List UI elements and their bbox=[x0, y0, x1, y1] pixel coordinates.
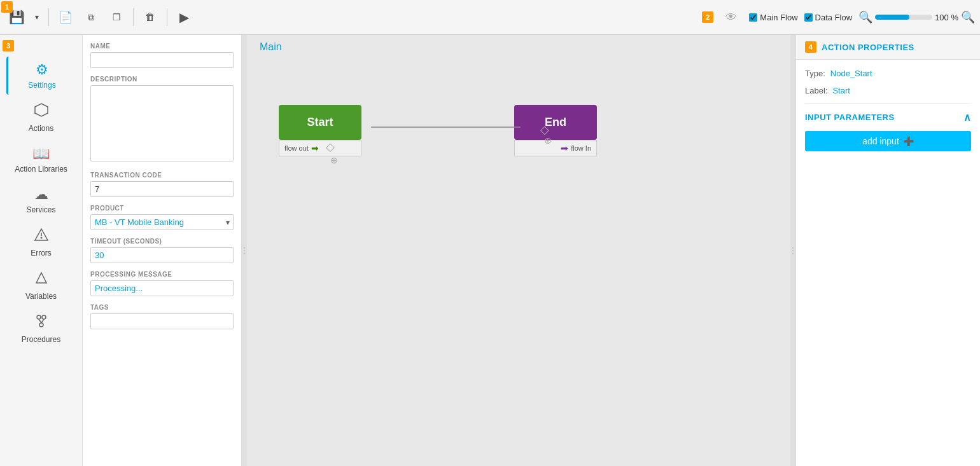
variables-icon bbox=[34, 270, 49, 289]
properties-panel: NAME DESCRIPTION TRANSACTION CODE PRODUC… bbox=[83, 35, 242, 466]
zoom-value: 100 % bbox=[935, 13, 958, 22]
input-params-chevron-icon[interactable]: ∧ bbox=[963, 111, 972, 123]
zoom-out-button[interactable]: 🔍 bbox=[858, 10, 872, 24]
badge-1: 1 bbox=[1, 1, 13, 13]
action-properties-panel: 4 ACTION PROPERTIES Type: Node_Start Lab… bbox=[795, 35, 980, 466]
action-properties-header: 4 ACTION PROPERTIES bbox=[796, 35, 980, 60]
label-key: Label: bbox=[805, 86, 827, 95]
end-add-btn[interactable]: ⊕ bbox=[544, 135, 552, 146]
input-params-label: INPUT PARAMETERS bbox=[805, 113, 895, 122]
tags-input[interactable] bbox=[90, 313, 234, 329]
main-flow-label: Main Flow bbox=[760, 13, 797, 22]
sidebar-item-action-libraries[interactable]: 📖 Action Libraries bbox=[6, 140, 76, 179]
sidebar-item-variables[interactable]: Variables bbox=[6, 265, 76, 306]
svg-point-3 bbox=[41, 237, 42, 238]
timeout-label: TIMEOUT (SECONDS) bbox=[90, 238, 234, 245]
start-node-label: Start bbox=[307, 116, 333, 129]
start-node[interactable]: Start flow out ➡ ◇ ⊕ bbox=[279, 105, 361, 182]
copy-button[interactable]: ⧉ bbox=[80, 6, 102, 29]
label-row: Label: Start bbox=[805, 86, 971, 95]
add-input-icon: ➕ bbox=[903, 136, 914, 146]
services-icon: ☁ bbox=[34, 186, 48, 203]
svg-point-7 bbox=[39, 323, 43, 327]
canvas[interactable]: Main Start flow out ➡ ◇ ⊕ ◇ ⊕ End bbox=[247, 35, 790, 466]
flow-out-arrow-icon: ➡ bbox=[311, 143, 319, 153]
separator-2 bbox=[133, 8, 134, 26]
zoom-in-button[interactable]: 🔍 bbox=[961, 10, 975, 24]
start-connectors: ◇ ⊕ bbox=[318, 158, 327, 182]
data-flow-checkbox[interactable] bbox=[804, 13, 813, 22]
tags-label: TAGS bbox=[90, 304, 234, 311]
action-libraries-icon: 📖 bbox=[32, 146, 50, 162]
type-row: Type: Node_Start bbox=[805, 69, 971, 78]
transaction-code-label: TRANSACTION CODE bbox=[90, 172, 234, 179]
sidebar-item-services[interactable]: ☁ Services bbox=[6, 181, 76, 219]
actions-icon bbox=[34, 102, 49, 121]
end-node-footer: ➡ flow In bbox=[514, 140, 597, 156]
delete-button[interactable]: 🗑 bbox=[139, 6, 162, 29]
flow-in-arrow-icon: ➡ bbox=[561, 143, 568, 153]
errors-icon bbox=[34, 227, 49, 246]
sidebar-item-settings[interactable]: ⚙ Settings bbox=[6, 57, 76, 95]
start-add-btn[interactable]: ⊕ bbox=[330, 155, 338, 165]
product-select[interactable]: MB - VT Mobile Banking Other bbox=[90, 214, 234, 230]
sidebar-variables-label: Variables bbox=[25, 292, 57, 301]
sidebar-item-errors[interactable]: Errors bbox=[6, 222, 76, 263]
name-input[interactable] bbox=[90, 52, 234, 68]
product-select-wrapper: MB - VT Mobile Banking Other ▾ bbox=[90, 214, 234, 230]
settings-icon: ⚙ bbox=[36, 62, 48, 78]
action-properties-header-left: 4 ACTION PROPERTIES bbox=[805, 41, 914, 53]
sidebar-item-actions[interactable]: Actions bbox=[6, 97, 76, 138]
action-properties-body: Type: Node_Start Label: Start INPUT PARA… bbox=[796, 60, 980, 160]
eye-button[interactable]: 👁 bbox=[720, 6, 743, 29]
data-flow-label: Data Flow bbox=[815, 13, 853, 22]
timeout-input[interactable] bbox=[90, 247, 234, 263]
type-value: Node_Start bbox=[830, 69, 872, 78]
label-value: Start bbox=[832, 86, 850, 95]
main-flow-checkbox-label: Main Flow bbox=[749, 13, 797, 22]
start-connector-diamond: ◇ bbox=[326, 140, 335, 154]
sidebar-action-libraries-label: Action Libraries bbox=[15, 165, 67, 174]
description-textarea[interactable] bbox=[90, 85, 234, 161]
procedures-icon bbox=[34, 313, 49, 332]
flow-out-label: flow out bbox=[284, 144, 309, 152]
svg-line-9 bbox=[41, 319, 44, 323]
end-connector-diamond: ◇ bbox=[540, 123, 549, 137]
flow-in-label: flow In bbox=[571, 144, 591, 152]
left-drag-handle[interactable] bbox=[242, 35, 247, 466]
zoom-bar bbox=[875, 15, 932, 20]
processing-message-input[interactable] bbox=[90, 280, 234, 296]
description-label: DESCRIPTION bbox=[90, 76, 234, 83]
transaction-code-input[interactable] bbox=[90, 181, 234, 197]
action-properties-title: ACTION PROPERTIES bbox=[822, 43, 914, 52]
add-input-label: add input bbox=[862, 136, 899, 146]
right-drag-handle[interactable] bbox=[790, 35, 795, 466]
start-node-box[interactable]: Start bbox=[279, 105, 361, 140]
processing-message-label: PROCESSING MESSAGE bbox=[90, 271, 234, 278]
product-label: PRODUCT bbox=[90, 205, 234, 212]
badge-3: 3 bbox=[3, 40, 14, 51]
end-node[interactable]: ◇ ⊕ End ➡ flow In bbox=[514, 105, 597, 156]
add-input-button[interactable]: add input ➕ bbox=[805, 131, 971, 151]
badge-4: 4 bbox=[805, 41, 816, 53]
main-flow-checkbox[interactable] bbox=[749, 13, 757, 22]
badge-2: 2 bbox=[702, 11, 713, 23]
svg-marker-0 bbox=[35, 104, 48, 116]
new-button[interactable]: 📄 bbox=[54, 6, 77, 29]
main-layout: 3 ⚙ Settings Actions 📖 Action Libraries … bbox=[0, 35, 980, 466]
run-button[interactable]: ▶ bbox=[172, 6, 195, 29]
separator-3 bbox=[167, 8, 167, 26]
svg-marker-4 bbox=[36, 273, 46, 283]
end-node-box[interactable]: End bbox=[514, 105, 597, 140]
paste-button[interactable]: ❐ bbox=[105, 6, 128, 29]
zoom-bar-fill bbox=[875, 15, 909, 20]
sidebar-item-procedures[interactable]: Procedures bbox=[6, 308, 76, 349]
svg-point-6 bbox=[42, 315, 46, 319]
svg-point-5 bbox=[37, 315, 41, 319]
input-params-section: INPUT PARAMETERS ∧ bbox=[805, 103, 971, 123]
toolbar-right: 2 👁 Main Flow Data Flow 🔍 100 % 🔍 bbox=[702, 6, 975, 29]
dropdown-button[interactable]: ▾ bbox=[31, 6, 43, 29]
sidebar: 3 ⚙ Settings Actions 📖 Action Libraries … bbox=[0, 35, 83, 466]
sidebar-actions-label: Actions bbox=[29, 124, 53, 133]
canvas-tab-label: Main bbox=[260, 41, 282, 53]
